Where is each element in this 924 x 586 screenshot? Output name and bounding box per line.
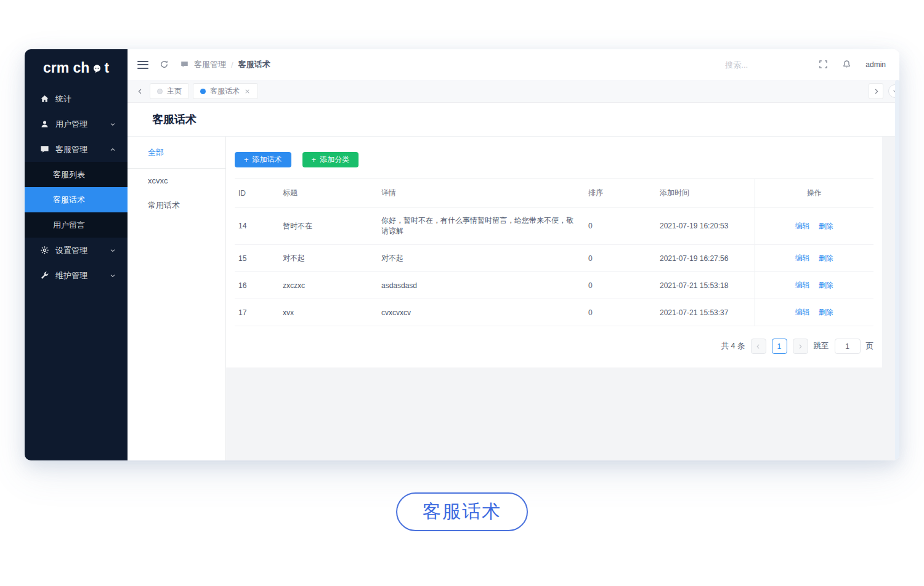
sidebar-item-label: 维护管理 <box>55 270 87 281</box>
sidebar-item-service-mgmt[interactable]: 客服管理 <box>25 137 128 162</box>
cell-time: 2021-07-21 15:53:18 <box>655 272 755 299</box>
page-title: 客服话术 <box>152 112 899 127</box>
sidebar-subitem-service-list[interactable]: 客服列表 <box>25 162 128 187</box>
plus-icon: + <box>244 156 249 164</box>
app-window: crm ch t 统计 用户管理 <box>25 49 899 460</box>
delete-link[interactable]: 删除 <box>819 308 833 316</box>
sidebar-item-maintenance-mgmt[interactable]: 维护管理 <box>25 263 128 288</box>
cell-detail: cvxcvxcv <box>376 299 583 326</box>
page-number-button[interactable]: 1 <box>772 339 787 354</box>
cell-id: 14 <box>235 207 278 245</box>
page-background: crm ch t 统计 用户管理 <box>0 0 924 586</box>
open-tabs: 主页 客服话术 <box>150 83 869 99</box>
table-row: 15 对不起 对不起 0 2021-07-19 16:27:56 编辑删除 <box>235 245 873 272</box>
toolbar: + 添加话术 + 添加分类 <box>226 152 882 167</box>
category-panel: 全部 xcvxc 常用话术 <box>128 137 226 460</box>
table-row: 16 zxczxc asdasdasd 0 2021-07-21 15:53:1… <box>235 272 873 299</box>
cell-sort: 0 <box>583 207 655 245</box>
sidebar-subitem-label: 用户留言 <box>53 220 85 231</box>
col-header-title: 标题 <box>278 179 376 207</box>
edit-link[interactable]: 编辑 <box>795 308 810 316</box>
chevron-down-icon <box>109 121 116 128</box>
tab-label: 客服话术 <box>210 86 240 97</box>
sidebar-item-label: 设置管理 <box>55 245 87 256</box>
sidebar-subitem-label: 客服列表 <box>53 169 85 180</box>
chevron-down-icon <box>109 247 116 254</box>
plus-icon: + <box>312 156 317 164</box>
logo-text-right: t <box>104 60 109 76</box>
tabs-scroll-right-button[interactable] <box>869 83 883 99</box>
add-category-button[interactable]: + 添加分类 <box>302 152 359 167</box>
tab-service-scripts[interactable]: 客服话术 <box>193 83 258 99</box>
bell-icon[interactable] <box>842 60 852 70</box>
wrench-icon <box>39 271 49 281</box>
table-row: 17 xvx cvxcvxcv 0 2021-07-21 15:53:37 编辑… <box>235 299 873 326</box>
edit-link[interactable]: 编辑 <box>795 254 810 262</box>
menu-toggle-icon[interactable] <box>137 61 148 69</box>
cell-time: 2021-07-21 15:53:37 <box>655 299 755 326</box>
content-area: + 添加话术 + 添加分类 <box>226 137 899 460</box>
delete-link[interactable]: 删除 <box>819 222 833 230</box>
sidebar-menu: 统计 用户管理 客服管理 <box>25 86 128 288</box>
sidebar-item-settings-mgmt[interactable]: 设置管理 <box>25 238 128 263</box>
cell-sort: 0 <box>583 272 655 299</box>
search-input[interactable] <box>725 60 805 70</box>
tab-strip: 主页 客服话术 <box>128 80 899 103</box>
sidebar-item-user-mgmt[interactable]: 用户管理 <box>25 111 128 137</box>
sidebar-item-label: 用户管理 <box>55 119 87 130</box>
add-script-button[interactable]: + 添加话术 <box>235 152 291 167</box>
sidebar-item-label: 统计 <box>55 94 71 105</box>
col-header-sort: 排序 <box>583 179 655 207</box>
chat-icon <box>180 60 189 69</box>
fullscreen-icon[interactable] <box>819 60 829 70</box>
category-label: 全部 <box>148 148 164 157</box>
page-header: 客服话术 <box>128 103 899 136</box>
cell-detail: 对不起 <box>376 245 583 272</box>
edit-link[interactable]: 编辑 <box>795 281 810 289</box>
table-header-row: ID 标题 详情 排序 添加时间 操作 <box>235 179 873 207</box>
sidebar-item-stats[interactable]: 统计 <box>25 86 128 111</box>
tab-dot-icon <box>157 89 163 94</box>
sidebar-submenu-service: 客服列表 客服话术 用户留言 <box>25 162 128 238</box>
tab-label: 主页 <box>167 86 182 97</box>
tab-home[interactable]: 主页 <box>150 83 189 99</box>
sidebar-subitem-service-scripts[interactable]: 客服话术 <box>25 187 128 212</box>
top-navbar: 客服管理 / 客服话术 admin <box>128 49 899 80</box>
delete-link[interactable]: 删除 <box>819 254 833 262</box>
category-item-common[interactable]: 常用话术 <box>128 193 225 219</box>
page-unit-label: 页 <box>866 341 874 351</box>
category-item-all[interactable]: 全部 <box>128 137 225 169</box>
scrollbar[interactable] <box>895 80 899 460</box>
category-label: xcvxc <box>148 176 168 185</box>
prev-page-button[interactable] <box>751 339 766 354</box>
col-header-id: ID <box>235 179 278 207</box>
cell-title: zxczxc <box>278 272 376 299</box>
user-menu[interactable]: admin <box>865 60 886 69</box>
tab-dot-icon <box>200 89 206 94</box>
logo-chat-bubble-icon <box>90 62 103 75</box>
cell-id: 15 <box>235 245 278 272</box>
tab-close-icon[interactable] <box>244 88 251 95</box>
tabs-scroll-left-button[interactable] <box>132 83 147 99</box>
pagination-total: 共 4 条 <box>721 341 745 351</box>
col-header-time: 添加时间 <box>655 179 755 207</box>
jump-page-input[interactable] <box>835 339 861 354</box>
gear-icon <box>39 246 49 255</box>
cell-title: 暂时不在 <box>278 207 376 245</box>
next-page-button[interactable] <box>793 339 808 354</box>
cell-time: 2021-07-19 16:20:53 <box>655 207 755 245</box>
jump-label: 跳至 <box>814 341 829 351</box>
cell-sort: 0 <box>583 299 655 326</box>
edit-link[interactable]: 编辑 <box>795 222 810 230</box>
category-item-xcvxc[interactable]: xcvxc <box>128 169 225 193</box>
delete-link[interactable]: 删除 <box>819 281 833 289</box>
refresh-icon[interactable] <box>160 60 169 70</box>
table-row: 14 暂时不在 你好，暂时不在，有什么事情暂时留言，给您带来不便，敬请谅解 0 … <box>235 207 873 245</box>
breadcrumb: 客服管理 / 客服话术 <box>180 59 270 70</box>
breadcrumb-separator: / <box>231 60 233 70</box>
scripts-card: + 添加话术 + 添加分类 <box>226 137 882 367</box>
cell-id: 17 <box>235 299 278 326</box>
breadcrumb-parent[interactable]: 客服管理 <box>194 59 226 70</box>
cell-detail: asdasdasd <box>376 272 583 299</box>
sidebar-subitem-user-messages[interactable]: 用户留言 <box>25 212 128 238</box>
